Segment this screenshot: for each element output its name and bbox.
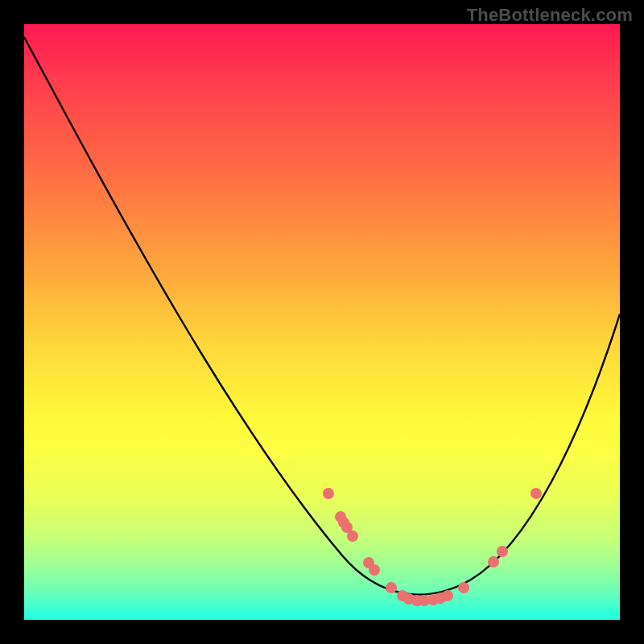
chart-frame: TheBottleneck.com — [0, 0, 644, 644]
data-point — [386, 582, 397, 593]
curve-layer — [24, 24, 620, 620]
data-point — [530, 488, 542, 499]
watermark-text: TheBottleneck.com — [467, 5, 633, 26]
data-point — [323, 488, 334, 499]
data-point — [458, 582, 469, 593]
data-point — [347, 530, 358, 542]
data-point — [488, 556, 499, 568]
data-point — [442, 590, 453, 601]
plot-area — [24, 24, 620, 620]
data-point — [369, 564, 380, 576]
data-point — [497, 546, 508, 557]
bottleneck-curve — [24, 37, 620, 595]
